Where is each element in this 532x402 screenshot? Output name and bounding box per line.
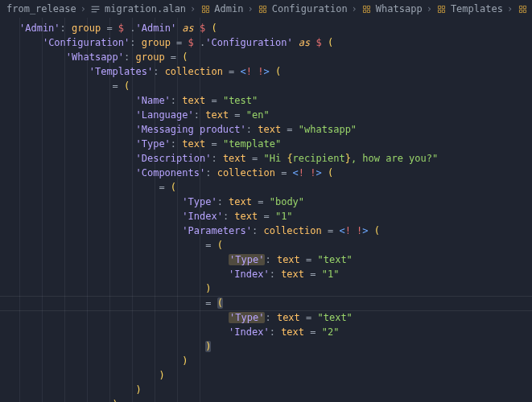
chevron-right-icon: › [507, 3, 513, 14]
chevron-right-icon: › [247, 3, 253, 14]
breadcrumb-label: Templates [451, 3, 503, 14]
breadcrumb-label: Configuration [272, 3, 348, 14]
breadcrumb-item[interactable]: Components [517, 3, 532, 14]
chevron-right-icon: › [190, 3, 196, 14]
struct-icon [436, 3, 447, 14]
breadcrumb-label: from_release [6, 3, 76, 14]
chevron-right-icon: › [427, 3, 432, 14]
struct-icon [361, 3, 373, 14]
code-body: 'Admin': group = $ .'Admin' as $ ( 'Conf… [19, 21, 532, 402]
breadcrumb-item[interactable]: Admin [200, 3, 243, 14]
chevron-right-icon: › [80, 3, 86, 14]
breadcrumb-label: Whatsapp [376, 3, 423, 14]
breadcrumb-label: Admin [214, 3, 243, 14]
breadcrumb-item[interactable]: Templates [436, 3, 503, 14]
breadcrumb-item[interactable]: Whatsapp [361, 3, 423, 14]
struct-icon [517, 3, 528, 14]
breadcrumb-item[interactable]: migration.alan [90, 3, 186, 14]
struct-icon [200, 3, 211, 14]
code-editor[interactable]: 'Admin': group = $ .'Admin' as $ ( 'Conf… [0, 18, 532, 402]
breadcrumb: from_release›migration.alan›Admin›Config… [0, 0, 532, 18]
breadcrumb-item[interactable]: Configuration [258, 3, 348, 14]
struct-icon [258, 3, 269, 14]
breadcrumb-label: migration.alan [105, 3, 186, 14]
chevron-right-icon: › [352, 3, 357, 14]
breadcrumb-item[interactable]: from_release [6, 3, 76, 14]
file-icon [90, 3, 101, 14]
